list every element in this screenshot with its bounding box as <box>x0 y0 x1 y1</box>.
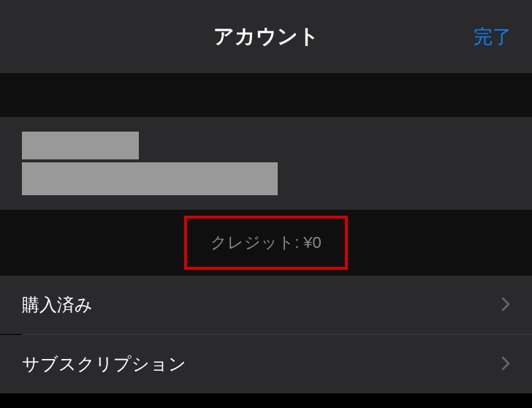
redacted-name <box>22 132 139 159</box>
redacted-email <box>22 162 278 195</box>
subscription-row[interactable]: サブスクリプション <box>0 335 532 393</box>
credit-label: クレジット: ¥0 <box>210 233 322 252</box>
purchased-label: 購入済み <box>22 293 93 317</box>
account-info-row[interactable] <box>0 117 532 210</box>
page-title: アカウント <box>213 23 319 50</box>
credit-highlight-box: クレジット: ¥0 <box>184 216 348 270</box>
spacer <box>0 73 532 117</box>
credit-section: クレジット: ¥0 <box>0 210 532 276</box>
chevron-right-icon <box>501 352 510 376</box>
purchased-row[interactable]: 購入済み <box>0 276 532 334</box>
header: アカウント 完了 <box>0 0 532 73</box>
done-button[interactable]: 完了 <box>474 24 512 50</box>
subscription-label: サブスクリプション <box>22 352 186 376</box>
chevron-right-icon <box>501 293 510 317</box>
